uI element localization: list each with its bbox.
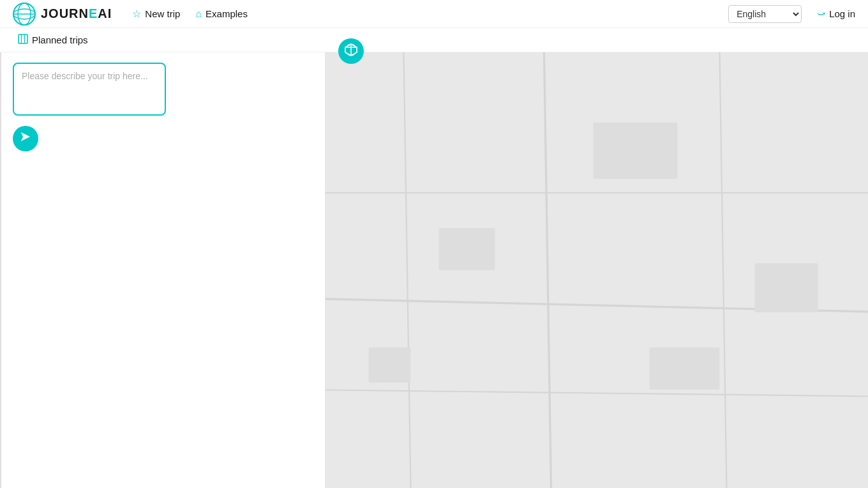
login-icon: ⤻	[817, 8, 825, 20]
cube-icon	[344, 43, 358, 60]
submit-button[interactable]	[13, 126, 38, 151]
star-icon: ☆	[132, 8, 141, 20]
examples-label: Examples	[206, 8, 248, 19]
svg-marker-7	[21, 132, 30, 141]
logo-accent: E	[89, 6, 98, 20]
language-select[interactable]: English French Spanish German Chinese Ja…	[728, 5, 802, 23]
logo-icon	[13, 3, 36, 26]
planned-trips-label: Planned trips	[32, 34, 88, 45]
svg-rect-20	[755, 263, 818, 312]
svg-rect-22	[650, 347, 720, 390]
left-panel	[0, 52, 326, 488]
right-panel	[326, 52, 868, 488]
login-link[interactable]: ⤻ Log in	[817, 8, 855, 20]
main-content	[0, 52, 868, 488]
map-3d-button[interactable]	[338, 38, 364, 64]
planned-trips-item[interactable]: Planned trips	[13, 31, 93, 49]
logo[interactable]: JOURNEAI	[13, 3, 112, 26]
svg-rect-21	[369, 347, 411, 383]
nav-item-new-trip[interactable]: ☆ New trip	[127, 5, 185, 22]
svg-rect-18	[439, 228, 495, 270]
trip-description-input[interactable]	[13, 63, 166, 116]
map-icon	[18, 34, 28, 47]
header: JOURNEAI ☆ New trip ⌂ Examples English F…	[0, 0, 868, 28]
bookmark-icon: ⌂	[195, 8, 202, 20]
sub-nav: Planned trips	[0, 28, 868, 52]
left-edge-line	[0, 52, 1, 488]
map-area[interactable]	[326, 52, 868, 488]
login-label: Log in	[829, 8, 855, 19]
new-trip-label: New trip	[145, 8, 180, 19]
send-icon	[19, 130, 32, 146]
logo-text: JOURNEAI	[41, 6, 112, 21]
nav-items: ☆ New trip ⌂ Examples	[127, 5, 713, 22]
svg-rect-4	[19, 34, 27, 43]
svg-rect-19	[594, 123, 678, 179]
nav-item-examples[interactable]: ⌂ Examples	[190, 6, 253, 22]
